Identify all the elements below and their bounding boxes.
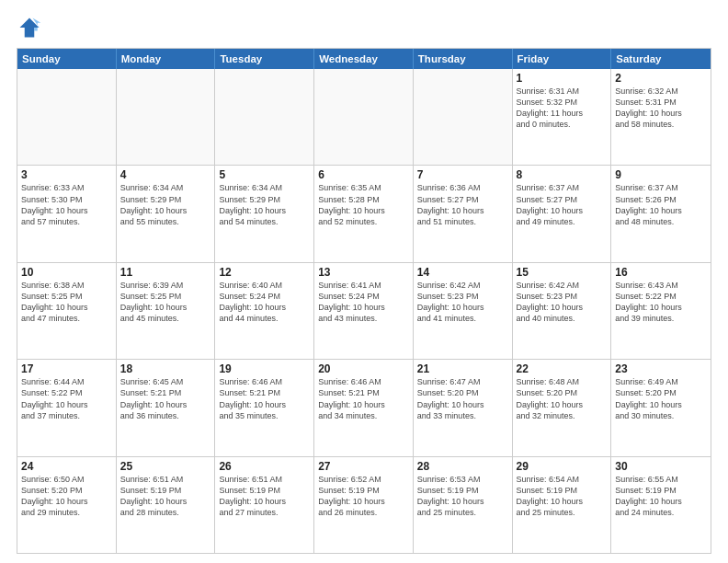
calendar-cell-11: 11Sunrise: 6:39 AMSunset: 5:25 PMDayligh… — [117, 263, 216, 359]
day-number: 21 — [417, 362, 508, 375]
day-info: Sunrise: 6:53 AMSunset: 5:19 PMDaylight:… — [417, 474, 508, 519]
day-info: Sunrise: 6:48 AMSunset: 5:20 PMDaylight:… — [517, 376, 608, 421]
day-info: Sunrise: 6:34 AMSunset: 5:29 PMDaylight:… — [219, 182, 310, 227]
day-info: Sunrise: 6:41 AMSunset: 5:24 PMDaylight:… — [318, 280, 409, 325]
day-info: Sunrise: 6:47 AMSunset: 5:20 PMDaylight:… — [417, 376, 508, 421]
calendar-row-3: 10Sunrise: 6:38 AMSunset: 5:25 PMDayligh… — [17, 263, 711, 360]
day-info: Sunrise: 6:38 AMSunset: 5:25 PMDaylight:… — [21, 280, 112, 325]
day-number: 13 — [318, 266, 409, 279]
calendar-cell-6: 6Sunrise: 6:35 AMSunset: 5:28 PMDaylight… — [314, 166, 414, 261]
day-info: Sunrise: 6:40 AMSunset: 5:24 PMDaylight:… — [219, 280, 310, 325]
calendar-cell-4: 4Sunrise: 6:34 AMSunset: 5:29 PMDaylight… — [117, 166, 216, 261]
calendar-body: 1Sunrise: 6:31 AMSunset: 5:32 PMDaylight… — [17, 69, 711, 553]
calendar-header: SundayMondayTuesdayWednesdayThursdayFrid… — [17, 49, 711, 69]
day-info: Sunrise: 6:52 AMSunset: 5:19 PMDaylight:… — [318, 474, 409, 519]
day-info: Sunrise: 6:31 AMSunset: 5:32 PMDaylight:… — [517, 86, 608, 131]
calendar-row-4: 17Sunrise: 6:44 AMSunset: 5:22 PMDayligh… — [17, 360, 711, 456]
calendar-cell-8: 8Sunrise: 6:37 AMSunset: 5:27 PMDaylight… — [513, 166, 612, 261]
calendar-cell-empty-0-4 — [414, 69, 513, 165]
day-number: 22 — [517, 362, 608, 375]
day-info: Sunrise: 6:32 AMSunset: 5:31 PMDaylight:… — [615, 86, 707, 131]
logo — [17, 15, 46, 40]
day-info: Sunrise: 6:44 AMSunset: 5:22 PMDaylight:… — [21, 376, 112, 421]
day-number: 12 — [219, 266, 310, 279]
calendar-cell-15: 15Sunrise: 6:42 AMSunset: 5:23 PMDayligh… — [513, 263, 612, 359]
header-day-saturday: Saturday — [611, 49, 711, 69]
header-day-sunday: Sunday — [17, 49, 117, 69]
day-info: Sunrise: 6:37 AMSunset: 5:27 PMDaylight:… — [517, 182, 608, 227]
day-number: 14 — [417, 266, 508, 279]
day-number: 7 — [417, 168, 508, 181]
day-number: 8 — [517, 168, 608, 181]
header-day-wednesday: Wednesday — [314, 49, 414, 69]
calendar-cell-9: 9Sunrise: 6:37 AMSunset: 5:26 PMDaylight… — [611, 166, 711, 261]
day-number: 6 — [318, 168, 409, 181]
calendar-cell-22: 22Sunrise: 6:48 AMSunset: 5:20 PMDayligh… — [513, 360, 612, 455]
calendar-cell-14: 14Sunrise: 6:42 AMSunset: 5:23 PMDayligh… — [414, 263, 513, 359]
calendar-row-1: 1Sunrise: 6:31 AMSunset: 5:32 PMDaylight… — [17, 69, 711, 166]
day-info: Sunrise: 6:34 AMSunset: 5:29 PMDaylight:… — [120, 182, 211, 227]
day-info: Sunrise: 6:36 AMSunset: 5:27 PMDaylight:… — [417, 182, 508, 227]
calendar-cell-19: 19Sunrise: 6:46 AMSunset: 5:21 PMDayligh… — [215, 360, 314, 455]
day-info: Sunrise: 6:33 AMSunset: 5:30 PMDaylight:… — [21, 182, 112, 227]
day-info: Sunrise: 6:35 AMSunset: 5:28 PMDaylight:… — [318, 182, 409, 227]
calendar-cell-empty-0-3 — [314, 69, 414, 165]
day-number: 28 — [417, 460, 508, 473]
calendar-cell-18: 18Sunrise: 6:45 AMSunset: 5:21 PMDayligh… — [117, 360, 216, 455]
header — [17, 15, 711, 40]
calendar-cell-5: 5Sunrise: 6:34 AMSunset: 5:29 PMDaylight… — [215, 166, 314, 261]
calendar-cell-12: 12Sunrise: 6:40 AMSunset: 5:24 PMDayligh… — [215, 263, 314, 359]
calendar-cell-23: 23Sunrise: 6:49 AMSunset: 5:20 PMDayligh… — [611, 360, 711, 455]
day-number: 17 — [21, 362, 112, 375]
day-number: 4 — [120, 168, 211, 181]
day-number: 11 — [120, 266, 211, 279]
calendar-cell-7: 7Sunrise: 6:36 AMSunset: 5:27 PMDaylight… — [414, 166, 513, 261]
calendar-cell-24: 24Sunrise: 6:50 AMSunset: 5:20 PMDayligh… — [17, 457, 117, 553]
day-info: Sunrise: 6:54 AMSunset: 5:19 PMDaylight:… — [517, 474, 608, 519]
day-number: 2 — [615, 72, 707, 85]
header-day-friday: Friday — [513, 49, 612, 69]
day-number: 20 — [318, 362, 409, 375]
calendar-cell-17: 17Sunrise: 6:44 AMSunset: 5:22 PMDayligh… — [17, 360, 117, 455]
calendar-cell-empty-0-0 — [17, 69, 117, 165]
day-number: 19 — [219, 362, 310, 375]
calendar-cell-26: 26Sunrise: 6:51 AMSunset: 5:19 PMDayligh… — [215, 457, 314, 553]
calendar-row-2: 3Sunrise: 6:33 AMSunset: 5:30 PMDaylight… — [17, 166, 711, 262]
calendar-cell-empty-0-1 — [117, 69, 216, 165]
logo-icon — [17, 15, 42, 40]
calendar-cell-21: 21Sunrise: 6:47 AMSunset: 5:20 PMDayligh… — [414, 360, 513, 455]
day-number: 1 — [517, 72, 608, 85]
day-number: 26 — [219, 460, 310, 473]
day-number: 15 — [517, 266, 608, 279]
day-info: Sunrise: 6:42 AMSunset: 5:23 PMDaylight:… — [517, 280, 608, 325]
calendar-cell-2: 2Sunrise: 6:32 AMSunset: 5:31 PMDaylight… — [611, 69, 711, 165]
page: SundayMondayTuesdayWednesdayThursdayFrid… — [0, 0, 728, 563]
day-info: Sunrise: 6:49 AMSunset: 5:20 PMDaylight:… — [615, 376, 707, 421]
calendar-cell-16: 16Sunrise: 6:43 AMSunset: 5:22 PMDayligh… — [611, 263, 711, 359]
day-info: Sunrise: 6:45 AMSunset: 5:21 PMDaylight:… — [120, 376, 211, 421]
calendar-cell-13: 13Sunrise: 6:41 AMSunset: 5:24 PMDayligh… — [314, 263, 414, 359]
day-number: 18 — [120, 362, 211, 375]
header-day-tuesday: Tuesday — [215, 49, 314, 69]
calendar-cell-28: 28Sunrise: 6:53 AMSunset: 5:19 PMDayligh… — [414, 457, 513, 553]
day-info: Sunrise: 6:39 AMSunset: 5:25 PMDaylight:… — [120, 280, 211, 325]
day-info: Sunrise: 6:42 AMSunset: 5:23 PMDaylight:… — [417, 280, 508, 325]
day-number: 9 — [615, 168, 707, 181]
calendar-cell-20: 20Sunrise: 6:46 AMSunset: 5:21 PMDayligh… — [314, 360, 414, 455]
day-number: 24 — [21, 460, 112, 473]
day-number: 3 — [21, 168, 112, 181]
day-info: Sunrise: 6:37 AMSunset: 5:26 PMDaylight:… — [615, 182, 707, 227]
day-info: Sunrise: 6:51 AMSunset: 5:19 PMDaylight:… — [120, 474, 211, 519]
header-day-monday: Monday — [117, 49, 216, 69]
day-number: 16 — [615, 266, 707, 279]
calendar-cell-3: 3Sunrise: 6:33 AMSunset: 5:30 PMDaylight… — [17, 166, 117, 261]
calendar-cell-29: 29Sunrise: 6:54 AMSunset: 5:19 PMDayligh… — [513, 457, 612, 553]
day-number: 30 — [615, 460, 707, 473]
calendar-cell-1: 1Sunrise: 6:31 AMSunset: 5:32 PMDaylight… — [513, 69, 612, 165]
calendar-row-5: 24Sunrise: 6:50 AMSunset: 5:20 PMDayligh… — [17, 457, 711, 553]
day-info: Sunrise: 6:46 AMSunset: 5:21 PMDaylight:… — [219, 376, 310, 421]
day-number: 10 — [21, 266, 112, 279]
calendar-cell-30: 30Sunrise: 6:55 AMSunset: 5:19 PMDayligh… — [611, 457, 711, 553]
calendar-cell-10: 10Sunrise: 6:38 AMSunset: 5:25 PMDayligh… — [17, 263, 117, 359]
calendar-cell-25: 25Sunrise: 6:51 AMSunset: 5:19 PMDayligh… — [117, 457, 216, 553]
